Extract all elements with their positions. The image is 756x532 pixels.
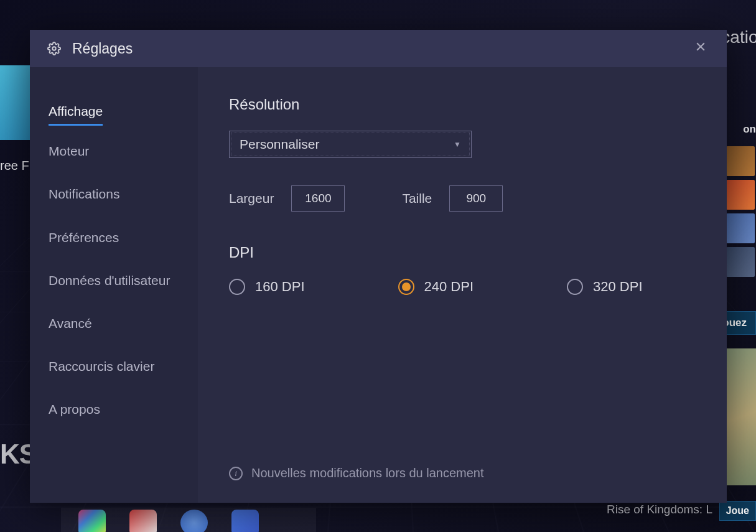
bg-game-label: ree Fi [0,159,32,173]
bg-thumb [726,180,755,210]
sidebar-item-donnees[interactable]: Données d'utilisateur [49,263,170,298]
dpi-option-label: 320 DPI [593,279,643,295]
settings-content: Résolution Personnaliser ▼ Largeur Taill… [198,67,727,503]
dock-icon[interactable] [129,510,157,532]
modal-body: Affichage Moteur Notifications Préférenc… [30,67,727,503]
dpi-option-160[interactable]: 160 DPI [229,279,305,295]
resolution-select-value: Personnaliser [240,137,319,152]
bg-thumb [726,247,755,277]
dpi-option-label: 160 DPI [255,279,305,295]
height-input[interactable] [449,185,503,212]
dock-icon[interactable] [180,510,208,532]
dpi-option-240[interactable]: 240 DPI [398,279,474,295]
sidebar-item-raccourcis[interactable]: Raccourcis clavier [49,348,154,384]
bg-feature-tile [0,65,30,140]
bg-game-card [726,348,756,485]
svg-point-0 [52,47,56,50]
modal-title: Réglages [72,40,133,57]
info-text: Nouvelles modifications lors du lancemen… [251,466,484,480]
close-button[interactable] [692,40,709,57]
height-label: Taille [402,191,432,206]
sidebar-item-preferences[interactable]: Préférences [49,220,119,255]
radio-icon-checked [398,279,414,295]
settings-sidebar: Affichage Moteur Notifications Préférenc… [30,67,198,503]
chevron-down-icon: ▼ [454,140,461,149]
bg-dock [61,508,316,532]
gear-icon [47,42,61,55]
close-icon [694,40,707,57]
info-icon: i [229,467,243,480]
bg-game-card-title: Rise of Kingdoms: L [607,503,712,516]
dock-icon[interactable] [231,510,259,532]
width-label: Largeur [229,191,274,206]
info-row: i Nouvelles modifications lors du lancem… [229,466,484,480]
bg-thumb [726,213,755,243]
sidebar-item-notifications[interactable]: Notifications [49,176,119,212]
sidebar-item-apropos[interactable]: A propos [49,391,100,427]
bg-thumbnail-column [726,100,756,281]
dimensions-row: Largeur Taille [229,185,696,212]
bg-play-button-2[interactable]: Joue [719,501,756,521]
resolution-select[interactable]: Personnaliser ▼ [229,131,472,158]
sidebar-item-affichage[interactable]: Affichage [49,93,103,126]
dpi-options-row: 160 DPI 240 DPI 320 DPI [229,279,696,295]
modal-header: Réglages [30,30,727,67]
dock-icon[interactable] [78,510,106,532]
resolution-title: Résolution [229,96,696,113]
dpi-option-label: 240 DPI [424,279,474,295]
settings-modal: Réglages Affichage Moteur Notifications … [30,30,727,503]
sidebar-item-avance[interactable]: Avancé [49,306,92,341]
bg-thumb [726,146,755,176]
dpi-option-320[interactable]: 320 DPI [567,279,643,295]
dpi-title: DPI [229,244,696,261]
radio-icon [229,279,245,295]
width-input[interactable] [291,185,345,212]
sidebar-item-moteur[interactable]: Moteur [49,133,89,169]
modal-title-group: Réglages [47,40,133,57]
radio-icon [567,279,583,295]
